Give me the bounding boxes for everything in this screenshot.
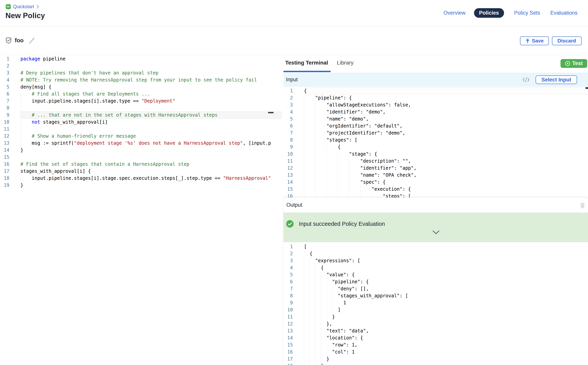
save-button[interactable]: Save <box>520 36 549 45</box>
line-number: 1 <box>0 55 21 62</box>
line-number: 5 <box>0 84 21 91</box>
success-check-icon <box>286 220 294 228</box>
code-line: 17stages_with_approval[i] { <box>0 168 282 175</box>
output-json-editor[interactable]: 1[2 {3 "expressions": [4 {5 "value": {6 … <box>283 242 588 365</box>
policy-name: foo <box>15 37 24 44</box>
code-line: 12 # Show a human-friendly error message <box>0 133 282 140</box>
line-number: 13 <box>283 172 304 179</box>
code-line: 12 "identifier": "app", <box>283 165 588 172</box>
nav-item-policy-sets[interactable]: Policy Sets <box>514 10 540 16</box>
tab-library[interactable]: Library <box>337 55 354 71</box>
code-line: 14 "location": { <box>283 334 588 341</box>
discard-button[interactable]: Discard <box>552 36 581 45</box>
code-line: 18 input.pipeline.stages[i].stage.spec.e… <box>0 175 282 182</box>
line-number: 16 <box>283 193 304 197</box>
code-line: 14 "spec": { <box>283 179 588 186</box>
line-number: 7 <box>0 98 21 105</box>
output-section: Output Input succeeded Policy Evaluation… <box>283 197 588 365</box>
code-line: 13 msg := sprintf("deployment stage '%s'… <box>0 140 282 147</box>
line-number: 5 <box>283 271 304 278</box>
editor-overview-mark <box>268 112 273 113</box>
line-number: 10 <box>0 119 21 126</box>
code-line: 3 "allowStageExecutions": false, <box>283 101 588 108</box>
edit-pencil-icon[interactable] <box>28 37 36 44</box>
test-button[interactable]: Test <box>561 59 587 68</box>
code-line: 8 "stages_with_approval": [ <box>283 292 588 299</box>
code-line: 5 "value": { <box>283 271 588 278</box>
code-line: 6 # Find all stages that are Deployments… <box>0 91 282 98</box>
code-line: 1package pipeline <box>0 55 282 62</box>
nav-item-evaluations[interactable]: Evaluations <box>550 10 577 16</box>
policy-code-editor[interactable]: 1package pipeline23# Deny pipelines that… <box>0 55 282 365</box>
code-line: 13 "text": "data", <box>283 327 588 334</box>
code-line: 9 1 <box>283 299 588 306</box>
code-line: 15 <box>0 154 282 161</box>
breadcrumb-chevron-icon <box>36 5 39 9</box>
code-line: 15 "row": 1, <box>283 341 588 348</box>
trash-icon <box>580 203 585 208</box>
line-number: 3 <box>283 101 304 108</box>
line-number: 19 <box>0 182 21 189</box>
code-line: 13 "name": "OPA check", <box>283 172 588 179</box>
line-number: 5 <box>283 115 304 122</box>
code-line: 7 "projectIdentifier": "demo", <box>283 129 588 136</box>
project-icon: ∞ <box>6 4 11 9</box>
line-number: 17 <box>283 355 304 363</box>
policy-toolbar: foo Save Discard <box>0 26 588 55</box>
line-number: 9 <box>0 112 21 119</box>
code-line: 1[ <box>283 243 588 250</box>
input-json-editor[interactable]: 1{2 "pipeline": {3 "allowStageExecutions… <box>283 87 588 197</box>
line-number: 14 <box>283 179 304 186</box>
code-line: 16# Find the set of stages that contain … <box>0 161 282 168</box>
line-number: 16 <box>0 161 21 168</box>
line-number: 8 <box>283 136 304 143</box>
code-line: 8 <box>0 105 282 112</box>
code-view-icon[interactable] <box>523 77 530 83</box>
code-line: 16 "col": 1 <box>283 348 588 355</box>
expand-chevron-icon[interactable] <box>432 230 440 235</box>
breadcrumb: ∞ Quickstart <box>6 4 39 9</box>
line-number: 15 <box>283 341 304 348</box>
line-number: 1 <box>283 87 304 94</box>
panel-tabs: Testing Terminal Library Test <box>283 55 588 72</box>
breadcrumb-project-link[interactable]: Quickstart <box>13 4 34 9</box>
select-input-button[interactable]: Select Input <box>536 76 577 84</box>
code-line: 19} <box>0 182 282 189</box>
page-header: ∞ Quickstart New Policy OverviewPolicies… <box>0 0 588 26</box>
input-scrollbar-mark[interactable] <box>585 87 588 89</box>
nav-item-overview[interactable]: Overview <box>444 10 465 16</box>
code-line: 11 <box>0 126 282 133</box>
line-number: 13 <box>283 327 304 334</box>
code-line: 10 ] <box>283 306 588 313</box>
line-number: 2 <box>0 62 21 70</box>
code-line: 6 "orgIdentifier": "default", <box>283 122 588 129</box>
line-number: 2 <box>283 250 304 257</box>
code-line: 17 } <box>283 355 588 363</box>
line-number: 14 <box>283 334 304 341</box>
output-title: Output <box>286 202 302 208</box>
line-number: 4 <box>0 77 21 84</box>
line-number: 14 <box>0 147 21 154</box>
output-section-header: Output <box>283 197 588 212</box>
line-number: 13 <box>0 140 21 147</box>
line-number: 9 <box>283 143 304 151</box>
upload-icon <box>525 38 530 43</box>
line-number: 7 <box>283 285 304 292</box>
code-line: 5 "name": "demo", <box>283 115 588 122</box>
evaluation-result-banner: Input succeeded Policy Evaluation <box>283 212 588 242</box>
tab-testing-terminal[interactable]: Testing Terminal <box>285 55 328 71</box>
input-title: Input <box>286 77 298 83</box>
line-number: 12 <box>283 320 304 327</box>
code-line: 18 } <box>283 363 588 365</box>
line-number: 8 <box>0 105 21 112</box>
code-line: 9 { <box>283 143 588 151</box>
clear-output-button[interactable] <box>580 203 585 208</box>
code-line: 11 } <box>283 313 588 320</box>
line-number: 11 <box>0 126 21 133</box>
code-line: 15 "execution": { <box>283 186 588 193</box>
line-number: 16 <box>283 348 304 355</box>
line-number: 11 <box>283 158 304 165</box>
nav-item-policies[interactable]: Policies <box>474 8 504 18</box>
line-number: 9 <box>283 299 304 306</box>
line-number: 8 <box>283 292 304 299</box>
